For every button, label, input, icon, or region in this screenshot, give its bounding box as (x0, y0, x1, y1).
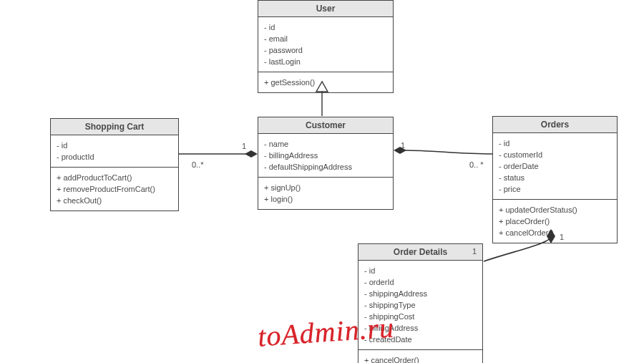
mult-orders-side: 0.. * (469, 160, 484, 169)
op: + checkOut() (57, 195, 172, 206)
op: + login() (264, 193, 387, 205)
attr: - password (264, 44, 387, 56)
attr: - billingAddress (264, 150, 387, 161)
class-cart-title: Shopping Cart (51, 119, 178, 135)
mult-orders-bottom: 1 (560, 233, 564, 241)
class-orders-title: Orders (493, 117, 617, 133)
class-order-details-ops: + cancelOrder() (358, 350, 482, 363)
op: + cancelOrder() (499, 227, 611, 238)
attr: - status (499, 172, 611, 183)
attr: - email (264, 33, 387, 44)
class-order-details-title: Order Details (358, 244, 482, 261)
attr: - shippingType (364, 299, 477, 311)
composition-customer-orders (394, 147, 492, 154)
class-user-title: User (258, 1, 393, 17)
composition-customer-cart (179, 150, 258, 158)
mult-cart-side: 0..* (192, 160, 204, 169)
attr: - name (264, 138, 387, 150)
class-order-details-attrs: - id - orderId - shippingAddress - shipp… (358, 261, 482, 350)
class-customer-ops: + signUp() + login() (258, 178, 393, 209)
class-user-attrs: - id - email - password - lastLogin (258, 17, 393, 72)
attr: - lastLogin (264, 56, 387, 67)
attr: - id (57, 140, 172, 151)
attr: - billingAddress (364, 322, 477, 334)
attr: - shippingCost (364, 311, 477, 322)
class-customer: Customer - name - billingAddress - defau… (258, 117, 394, 210)
attr: - id (364, 265, 477, 276)
attr: - id (264, 21, 387, 33)
attr: - productId (57, 151, 172, 163)
attr: - orderDate (499, 160, 611, 172)
class-user-ops: + getSession() (258, 72, 393, 92)
op: + cancelOrder() (364, 354, 477, 363)
attr: - customerId (499, 149, 611, 160)
op: + getSession() (264, 77, 387, 88)
class-user: User - id - email - password - lastLogin… (258, 0, 394, 93)
attr: - createdDate (364, 334, 477, 345)
class-cart-attrs: - id - productId (51, 135, 178, 168)
op: + placeOrder() (499, 216, 611, 227)
op: + signUp() (264, 182, 387, 193)
class-customer-attrs: - name - billingAddress - defaultShippin… (258, 134, 393, 178)
op: + removeProductFromCart() (57, 183, 172, 195)
attr: - shippingAddress (364, 288, 477, 299)
mult-details-side: 1 (472, 247, 477, 256)
op: + updateOrderStatus() (499, 204, 611, 216)
class-shopping-cart: Shopping Cart - id - productId + addProd… (50, 118, 179, 211)
class-orders-attrs: - id - customerId - orderDate - status -… (493, 133, 617, 200)
mult-customer-right: 1 (401, 141, 405, 150)
attr: - orderId (364, 276, 477, 288)
class-orders: Orders - id - customerId - orderDate - s… (492, 116, 618, 243)
class-order-details: Order Details - id - orderId - shippingA… (358, 243, 483, 363)
attr: - price (499, 183, 611, 195)
mult-customer-left: 1 (242, 142, 246, 150)
attr: - id (499, 137, 611, 149)
class-cart-ops: + addProductToCart() + removeProductFrom… (51, 168, 178, 210)
class-orders-ops: + updateOrderStatus() + placeOrder() + c… (493, 200, 617, 243)
op: + addProductToCart() (57, 172, 172, 183)
class-customer-title: Customer (258, 117, 393, 134)
svg-marker-2 (245, 150, 258, 158)
attr: - defaultShippingAddress (264, 161, 387, 173)
